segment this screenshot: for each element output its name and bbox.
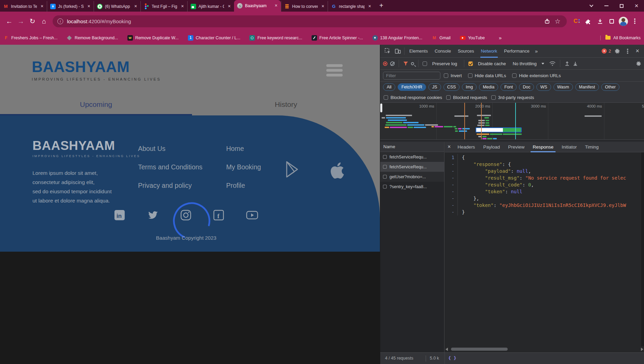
- bookmark-star-icon[interactable]: [552, 16, 563, 26]
- tab-close-icon[interactable]: [133, 4, 138, 9]
- bookmark-item[interactable]: 138 Angular Fronten...: [372, 35, 423, 41]
- bookmark-item[interactable]: Free keyword researc...: [249, 35, 302, 41]
- new-tab-button[interactable]: [376, 1, 386, 11]
- browser-tab[interactable]: Invitation to Tec: [0, 1, 47, 12]
- request-checkbox[interactable]: [383, 185, 387, 188]
- detail-tab-headers[interactable]: Headers: [453, 142, 479, 152]
- hamburger-menu-icon[interactable]: [326, 64, 343, 79]
- devtools-settings-gear-icon[interactable]: [612, 46, 622, 56]
- browser-menu-icon[interactable]: [629, 15, 641, 27]
- type-chip[interactable]: CSS: [443, 83, 460, 91]
- devtools-tab-console[interactable]: Console: [431, 45, 454, 58]
- response-body-viewer[interactable]: 1{- "response": {- "payload": null,- "re…: [445, 152, 641, 346]
- device-toolbar-icon[interactable]: [393, 46, 403, 56]
- inspect-element-icon[interactable]: [382, 46, 393, 56]
- type-chip[interactable]: Wasm: [553, 83, 573, 91]
- record-network-log-icon[interactable]: [383, 61, 387, 66]
- tab-close-icon[interactable]: [367, 4, 372, 9]
- devtools-tab-elements[interactable]: Elements: [406, 45, 431, 58]
- close-window-button[interactable]: [629, 0, 644, 12]
- footer-link[interactable]: Terms and Conditions: [138, 163, 203, 171]
- network-overview-timeline[interactable]: 1000 ms2000 ms3000 ms4000 ms5: [380, 103, 644, 140]
- tab-close-icon[interactable]: [180, 4, 185, 9]
- detail-tab-payload[interactable]: Payload: [479, 142, 504, 152]
- footer-link[interactable]: Profile: [226, 182, 261, 189]
- browser-tab[interactable]: Js (forked) - Sta: [47, 1, 94, 12]
- type-chip[interactable]: JS: [428, 83, 441, 91]
- type-chip[interactable]: Fetch/XHR: [398, 83, 426, 91]
- footer-link[interactable]: About Us: [138, 145, 203, 152]
- import-har-icon[interactable]: [564, 61, 570, 66]
- bookmark-item[interactable]: Character Counter / L...: [188, 35, 241, 41]
- response-horizontal-scrollbar[interactable]: [446, 347, 643, 351]
- home-button[interactable]: ⌂: [38, 15, 50, 27]
- bookmark-item[interactable]: Remove Duplicate W...: [127, 35, 179, 41]
- side-panel-icon[interactable]: [606, 15, 617, 27]
- network-conditions-icon[interactable]: [549, 61, 556, 66]
- export-har-icon[interactable]: [573, 61, 578, 66]
- response-vertical-scrollbar[interactable]: [641, 152, 644, 346]
- bookmark-item[interactable]: Freshers Jobs – Fresh...: [3, 35, 57, 41]
- devtools-tab-network[interactable]: Network: [478, 45, 501, 58]
- timeline-window-handle[interactable]: [380, 103, 382, 112]
- type-chip[interactable]: Media: [479, 83, 498, 91]
- request-table-header[interactable]: Name: [380, 142, 444, 152]
- devtools-tab-sources[interactable]: Sources: [454, 45, 478, 58]
- browser-tab[interactable]: Test Fgil – Figm: [140, 1, 187, 12]
- tab-upcoming[interactable]: Upcoming: [0, 100, 192, 109]
- bookmark-item[interactable]: YouTube: [460, 36, 485, 40]
- request-checkbox[interactable]: [383, 155, 387, 159]
- close-detail-icon[interactable]: [445, 144, 453, 150]
- clear-network-log-icon[interactable]: [390, 61, 395, 66]
- youtube-icon[interactable]: [246, 209, 259, 221]
- site-logo[interactable]: BAASHYAAM IMPROVING LIFESTYLES - ENHANCI…: [32, 58, 161, 81]
- detail-tab-response[interactable]: Response: [529, 142, 558, 152]
- site-info-icon[interactable]: [57, 18, 63, 24]
- downloads-icon[interactable]: [594, 15, 606, 27]
- back-button[interactable]: ←: [3, 15, 15, 27]
- detail-tab-preview[interactable]: Preview: [504, 142, 529, 152]
- forward-button[interactable]: →: [15, 15, 27, 27]
- tab-close-icon[interactable]: [86, 4, 92, 9]
- google-play-icon[interactable]: [283, 160, 302, 179]
- window-menu-chevron-icon[interactable]: [584, 0, 599, 12]
- colorpick-extension-icon[interactable]: [571, 15, 583, 27]
- devtools-menu-icon[interactable]: [622, 46, 633, 56]
- throttling-select[interactable]: No throttling: [513, 61, 537, 66]
- type-chip[interactable]: WS: [536, 83, 551, 91]
- close-devtools-icon[interactable]: [633, 47, 642, 55]
- all-bookmarks-button[interactable]: All Bookmarks: [600, 36, 641, 40]
- scroll-right-icon[interactable]: [641, 348, 643, 351]
- disable-cache-checkbox[interactable]: [468, 61, 473, 66]
- bookmark-item[interactable]: Free Article Spinner -...: [312, 35, 363, 41]
- type-chip[interactable]: Other: [601, 83, 619, 91]
- profile-avatar[interactable]: [617, 15, 629, 27]
- tab-history[interactable]: History: [192, 100, 380, 109]
- url-text[interactable]: localhost:4200/#/myBooking: [67, 18, 542, 24]
- search-network-icon[interactable]: [411, 62, 414, 65]
- linkedin-icon[interactable]: in: [114, 209, 125, 221]
- footer-link[interactable]: Home: [226, 145, 261, 152]
- preserve-log-checkbox[interactable]: [423, 61, 427, 66]
- invert-checkbox[interactable]: [444, 73, 448, 78]
- twitter-icon[interactable]: [147, 209, 159, 221]
- tab-close-icon[interactable]: [227, 4, 232, 9]
- type-chip[interactable]: Doc: [519, 83, 534, 91]
- tab-close-icon[interactable]: [39, 4, 45, 9]
- filter-checkbox[interactable]: [384, 95, 388, 100]
- type-chip[interactable]: All: [383, 83, 395, 91]
- reload-button[interactable]: ↻: [27, 15, 38, 27]
- pretty-print-icon[interactable]: { }: [448, 355, 456, 361]
- footer-link[interactable]: My Booking: [226, 163, 261, 171]
- browser-tab[interactable]: (6) WhatsApp: [94, 1, 140, 12]
- request-checkbox[interactable]: [383, 175, 387, 179]
- hide-extension-urls-checkbox[interactable]: [512, 73, 517, 78]
- bookmark-item[interactable]: Gmail: [431, 35, 451, 41]
- detail-tab-initiator[interactable]: Initiator: [558, 142, 581, 152]
- network-settings-gear-icon[interactable]: [636, 61, 641, 66]
- scroll-left-icon[interactable]: [446, 348, 448, 351]
- footer-link[interactable]: Privacy and policy: [138, 182, 203, 189]
- detail-tab-timing[interactable]: Timing: [581, 142, 603, 152]
- tab-close-icon[interactable]: [273, 3, 279, 9]
- request-checkbox[interactable]: [383, 165, 387, 169]
